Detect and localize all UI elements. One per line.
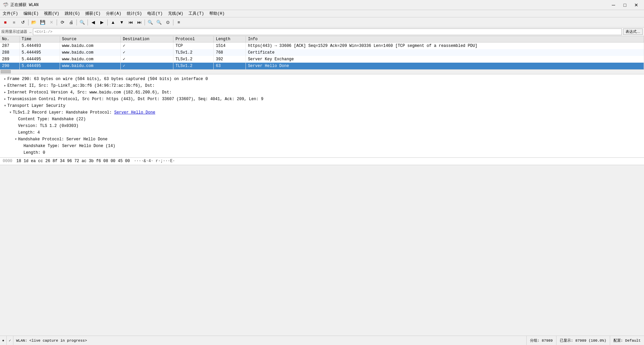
- table-cell-destination: ✓: [121, 63, 173, 69]
- detail-line[interactable]: Content Type: Handshake (22): [0, 116, 644, 123]
- detail-line-text: Internet Protocol Version 4, Src: www.ba…: [7, 90, 172, 95]
- menu-item-视图[interactable]: 视图(V): [41, 10, 62, 17]
- status-packets: 分组: 87989: [526, 336, 556, 345]
- find-button[interactable]: 🔍: [78, 19, 86, 26]
- table-cell-length: 63: [214, 63, 246, 69]
- nav-down-button[interactable]: ▼: [118, 19, 126, 26]
- last-button[interactable]: ⏭: [135, 19, 143, 26]
- table-row[interactable]: 2895.444495www.baidu.com✓TLSv1.2392Serve…: [0, 56, 644, 63]
- expand-icon[interactable]: ▸: [3, 76, 7, 81]
- col-header-destination: Destination: [121, 36, 173, 43]
- close-file-button[interactable]: ✕: [47, 19, 55, 26]
- reload-button[interactable]: ⟳: [58, 19, 66, 26]
- menu-item-分析[interactable]: 分析(A): [103, 10, 124, 17]
- detail-line-text: Transmission Control Protocol, Src Port:…: [7, 97, 263, 101]
- zoom-out-button[interactable]: 🔍: [155, 19, 163, 26]
- titlebar: 🦈 正在捕获 WLAN ─ □ ✕: [0, 0, 644, 10]
- colorize-button[interactable]: ≡: [175, 19, 183, 26]
- menu-item-工具[interactable]: 工具(T): [186, 10, 207, 17]
- detail-line[interactable]: ▾TLSv1.2 Record Layer: Handshake Protoco…: [0, 109, 644, 116]
- table-cell-protocol: TCP: [173, 43, 214, 49]
- table-cell-source: www.baidu.com: [60, 56, 121, 63]
- col-header-info: Info: [246, 36, 644, 43]
- toolbar-sep7: [173, 19, 173, 25]
- menu-item-帮助[interactable]: 帮助(H): [207, 10, 227, 17]
- detail-line[interactable]: Length: 0: [0, 149, 644, 156]
- expand-icon[interactable]: ▸: [3, 90, 7, 95]
- statusbar: ● ✓ WLAN: <live capture in progress> 分组:…: [0, 336, 644, 345]
- detail-pane: ▸Frame 290: 63 bytes on wire (504 bits),…: [0, 74, 644, 158]
- detail-line-text: Handshake Protocol: Server Hello Done: [18, 137, 107, 142]
- menu-item-跳转[interactable]: 跳转(G): [62, 10, 83, 17]
- toolbar-sep1: [28, 19, 29, 25]
- detail-line[interactable]: Length: 4: [0, 129, 644, 136]
- forward-button[interactable]: ▶: [98, 19, 106, 26]
- table-cell-time: 5.444495: [19, 56, 60, 63]
- filter-input[interactable]: [33, 28, 622, 35]
- maximize-button[interactable]: □: [620, 2, 630, 8]
- nav-up-button[interactable]: ▲: [109, 19, 117, 26]
- close-button[interactable]: ✕: [631, 2, 641, 8]
- detail-line[interactable]: Version: TLS 1.2 (0x0303): [0, 123, 644, 129]
- table-cell-no: 287: [0, 43, 19, 49]
- detail-line[interactable]: ▸Frame 290: 63 bytes on wire (504 bits),…: [0, 76, 644, 82]
- table-row[interactable]: 2905.444495www.baidu.com✓TLSv1.263Server…: [0, 63, 644, 69]
- table-cell-no: 288: [0, 49, 19, 56]
- start-capture-button[interactable]: ■: [1, 19, 9, 26]
- stop-capture-button[interactable]: ■: [10, 19, 18, 26]
- table-row[interactable]: 2875.444493www.baidu.com✓TCP1514https(44…: [0, 43, 644, 49]
- menu-item-电话[interactable]: 电话(Y): [145, 10, 165, 17]
- detail-line[interactable]: ▾Handshake Protocol: Server Hello Done: [0, 136, 644, 143]
- expand-icon[interactable]: ▾: [8, 110, 13, 115]
- col-header-protocol: Protocol: [173, 36, 214, 43]
- expand-icon[interactable]: ▾: [3, 103, 7, 108]
- zoom-in-button[interactable]: 🔍: [146, 19, 154, 26]
- menu-item-无线[interactable]: 无线(W): [165, 10, 186, 17]
- hex-ascii: ····&·4· r·;···E·: [134, 159, 175, 163]
- detail-line[interactable]: ▸Transmission Control Protocol, Src Port…: [0, 96, 644, 102]
- table-row[interactable]: 2885.444495www.baidu.com✓TLSv1.2768Certi…: [0, 49, 644, 56]
- detail-line[interactable]: ▾Transport Layer Security: [0, 102, 644, 109]
- expression-button[interactable]: 表达式…: [623, 28, 643, 35]
- table-cell-info: https(443) → 33606 [ACK] Seq=1529 Ack=20…: [246, 43, 644, 49]
- status-check-icon: ✓: [7, 336, 13, 345]
- status-profile: 配置: Default: [610, 336, 644, 345]
- app-icon: 🦈: [3, 2, 8, 8]
- table-cell-source: www.baidu.com: [60, 43, 121, 49]
- expand-icon[interactable]: ▸: [3, 96, 7, 101]
- hscroll-bar[interactable]: [0, 70, 644, 74]
- first-button[interactable]: ⏮: [126, 19, 135, 26]
- detail-line-text: Frame 290: 63 bytes on wire (504 bits), …: [7, 77, 208, 81]
- table-cell-no: 290: [0, 63, 19, 69]
- table-cell-destination: ✓: [121, 43, 173, 49]
- packet-table: No. Time Source Destination Protocol Len…: [0, 36, 644, 69]
- save-file-button[interactable]: 💾: [39, 19, 47, 26]
- detail-line-text: TLSv1.2 Record Layer: Handshake Protocol…: [13, 110, 155, 115]
- table-header-row: No. Time Source Destination Protocol Len…: [0, 36, 644, 43]
- menu-item-统计[interactable]: 统计(S): [124, 10, 145, 17]
- table-cell-info: Server Key Exchange: [246, 56, 644, 63]
- menu-item-捕获[interactable]: 捕获(C): [83, 10, 103, 17]
- col-header-time: Time: [19, 36, 60, 43]
- restart-capture-button[interactable]: ↺: [19, 19, 27, 26]
- minimize-button[interactable]: ─: [608, 2, 619, 8]
- menu-item-编辑[interactable]: 编辑(E): [21, 10, 42, 17]
- detail-line[interactable]: ▸Internet Protocol Version 4, Src: www.b…: [0, 89, 644, 96]
- packet-tbody: 2875.444493www.baidu.com✓TCP1514https(44…: [0, 43, 644, 69]
- expand-icon[interactable]: ▸: [3, 83, 7, 88]
- detail-link-server-hello-done[interactable]: Server Hello Done: [114, 110, 155, 115]
- zoom-reset-button[interactable]: ⊙: [164, 19, 172, 26]
- detail-line[interactable]: ▸Ethernet II, Src: Tp-LinkT_ac:3b:f6 (34…: [0, 82, 644, 89]
- hex-pane: 0000 18 1d ea cc 26 8f 34 96 72 ac 3b f6…: [0, 158, 644, 165]
- detail-line[interactable]: Handshake Type: Server Hello Done (14): [0, 143, 644, 149]
- table-cell-length: 392: [214, 56, 246, 63]
- table-cell-protocol: TLSv1.2: [173, 49, 214, 56]
- packet-list: No. Time Source Destination Protocol Len…: [0, 36, 644, 70]
- table-cell-protocol: TLSv1.2: [173, 56, 214, 63]
- print-button[interactable]: 🖨: [67, 19, 75, 26]
- detail-line-text: Length: 4: [18, 130, 40, 135]
- back-button[interactable]: ◀: [89, 19, 97, 26]
- expand-icon[interactable]: ▾: [13, 137, 18, 142]
- menu-item-文件[interactable]: 文件(F): [0, 10, 21, 17]
- open-file-button[interactable]: 📂: [30, 19, 38, 26]
